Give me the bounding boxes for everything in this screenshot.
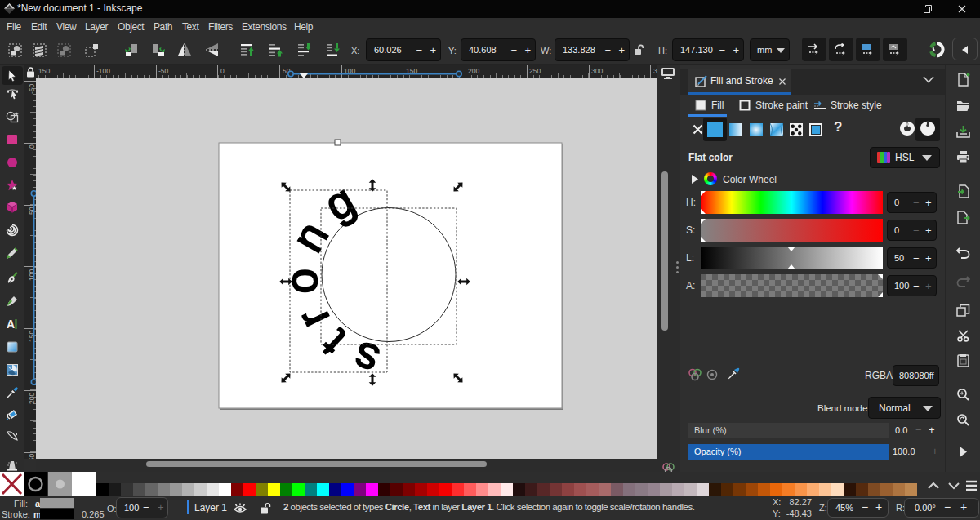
svg-text:A: A — [7, 318, 15, 331]
